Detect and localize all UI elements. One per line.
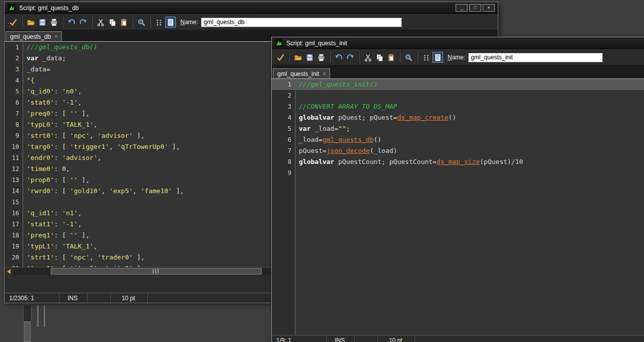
close-button[interactable]: × xyxy=(483,4,495,12)
gamemaker-icon xyxy=(8,4,16,12)
paste-icon[interactable] xyxy=(119,17,129,28)
undo-icon[interactable] xyxy=(334,52,344,63)
script-icon[interactable] xyxy=(165,17,176,28)
status-spacer xyxy=(87,293,110,303)
code-line-1[interactable]: 1///gml_quests_init() xyxy=(272,79,644,90)
script-name-input[interactable] xyxy=(201,18,402,27)
copy-icon[interactable] xyxy=(107,17,118,28)
copy-icon[interactable] xyxy=(374,52,385,63)
tab-close-icon[interactable]: × xyxy=(54,34,57,39)
code-line-8[interactable]: 8globalvar pQuestCount; pQuestCount=ds_m… xyxy=(272,156,644,167)
ok-icon[interactable] xyxy=(8,17,19,28)
code-text: var _load=""; xyxy=(295,125,350,132)
line-number: 7 xyxy=(272,145,295,156)
scrollbar-thumb[interactable] xyxy=(51,268,262,275)
open-icon[interactable] xyxy=(293,52,303,63)
search-icon[interactable] xyxy=(403,52,414,63)
tab-close-icon[interactable]: × xyxy=(323,71,326,76)
line-number: 15 xyxy=(5,197,23,208)
code-text xyxy=(295,92,299,99)
toolbar-separator xyxy=(150,17,151,28)
maximize-button[interactable]: □ xyxy=(469,4,481,12)
code-text: _load=gml_quests_db() xyxy=(295,136,381,143)
code-text: pQuest=json_decode(_load) xyxy=(295,147,397,154)
code-text: globalvar pQuest; pQuest=ds_map_create() xyxy=(295,114,456,121)
status-font-size: 10 pt xyxy=(110,293,147,303)
code-text: 'typL1': 'TALK_1', xyxy=(23,242,97,250)
background-vertical-scrollbar[interactable] xyxy=(23,305,32,342)
undo-icon[interactable] xyxy=(66,17,77,28)
tab-gml-quests-db[interactable]: gml_quests_db × xyxy=(6,31,62,41)
line-number: 9 xyxy=(272,167,295,179)
line-number: 3 xyxy=(272,101,295,112)
toolbar-icons xyxy=(8,17,176,28)
print-icon[interactable] xyxy=(49,17,59,28)
line-number: 18 xyxy=(5,230,23,241)
line-number: 13 xyxy=(5,175,23,186)
line-number: 5 xyxy=(272,123,295,134)
code-text: 'prop0': [ '' ], xyxy=(23,176,89,184)
scroll-left-arrow-icon[interactable] xyxy=(5,268,13,275)
script-icon[interactable] xyxy=(433,52,443,63)
line-number: 7 xyxy=(5,108,23,119)
window-gml-quests-init[interactable]: Script: gml_quests_init Name: gml_quests… xyxy=(271,37,644,342)
line-number: 20 xyxy=(5,252,23,263)
code-line-6[interactable]: 6_load=gml_quests_db() xyxy=(272,134,644,145)
code-text: 'stat0': '-1', xyxy=(23,99,82,106)
line-number: 4 xyxy=(272,112,295,123)
code-line-5[interactable]: 5var _load=""; xyxy=(272,123,644,134)
code-line-3[interactable]: 3//CONVERT ARRAY TO DS_MAP xyxy=(272,101,644,112)
status-bar: 1/9: 1 INS 10 pt xyxy=(272,335,644,342)
print-icon[interactable] xyxy=(316,52,327,63)
line-number: 12 xyxy=(5,163,23,175)
script-name-input[interactable] xyxy=(468,53,603,62)
tab-gml-quests-init[interactable]: gml_quests_init × xyxy=(273,68,330,78)
status-cursor-position: 1/9: 1 xyxy=(272,335,326,342)
status-font-size: 10 pt xyxy=(377,335,414,342)
line-number: 17 xyxy=(5,219,23,230)
toolbar-separator xyxy=(289,52,290,63)
status-spacer xyxy=(354,335,377,342)
search-icon[interactable] xyxy=(136,17,147,28)
background-scrollbar-thumb[interactable] xyxy=(24,321,31,341)
titlebar[interactable]: Script: gml_quests_db _ □ × xyxy=(5,2,498,14)
line-number: 9 xyxy=(5,130,23,141)
background-divider-line xyxy=(44,305,45,327)
paste-icon[interactable] xyxy=(386,52,396,63)
line-number: 6 xyxy=(272,134,295,145)
line-numbers-icon[interactable] xyxy=(421,52,432,63)
tab-label: gml_quests_db xyxy=(10,33,51,40)
save-icon[interactable] xyxy=(37,17,48,28)
window-title: Script: gml_quests_init xyxy=(286,40,347,47)
code-text: ///gml_quests_init() xyxy=(295,80,378,88)
code-editor[interactable]: 1///gml_quests_init()23//CONVERT ARRAY T… xyxy=(272,78,644,335)
redo-icon[interactable] xyxy=(78,17,88,28)
toolbar-separator xyxy=(91,17,92,28)
toolbar-separator xyxy=(22,17,23,28)
code-text: globalvar pQuestCount; pQuestCount=ds_ma… xyxy=(295,158,523,165)
code-line-7[interactable]: 7pQuest=json_decode(_load) xyxy=(272,145,644,156)
line-number: 2 xyxy=(5,53,23,64)
cut-icon[interactable] xyxy=(95,17,106,28)
code-line-2[interactable]: 2 xyxy=(272,90,644,101)
ok-icon[interactable] xyxy=(275,52,286,63)
toolbar-separator xyxy=(399,52,400,63)
code-text: 'preq1': [ '' ], xyxy=(23,231,89,239)
line-number: 1 xyxy=(272,79,295,90)
save-icon[interactable] xyxy=(304,52,315,63)
line-numbers-icon[interactable] xyxy=(154,17,164,28)
redo-icon[interactable] xyxy=(345,52,356,63)
titlebar[interactable]: Script: gml_quests_init xyxy=(272,37,644,49)
toolbar-separator xyxy=(132,17,133,28)
tab-bar: gml_quests_init × xyxy=(272,65,644,78)
open-icon[interactable] xyxy=(26,17,36,28)
toolbar-separator xyxy=(62,17,63,28)
background-divider-line xyxy=(37,305,39,327)
minimize-button[interactable]: _ xyxy=(456,4,468,12)
code-text: 'strt1': [ 'npc', 'trader0' ], xyxy=(23,253,145,261)
code-line-9[interactable]: 9 xyxy=(272,167,644,179)
code-text: 'stat1': '-1', xyxy=(23,220,82,228)
code-line-4[interactable]: 4globalvar pQuest; pQuest=ds_map_create(… xyxy=(272,112,644,123)
cut-icon[interactable] xyxy=(363,52,373,63)
line-number: 21 xyxy=(5,263,23,267)
